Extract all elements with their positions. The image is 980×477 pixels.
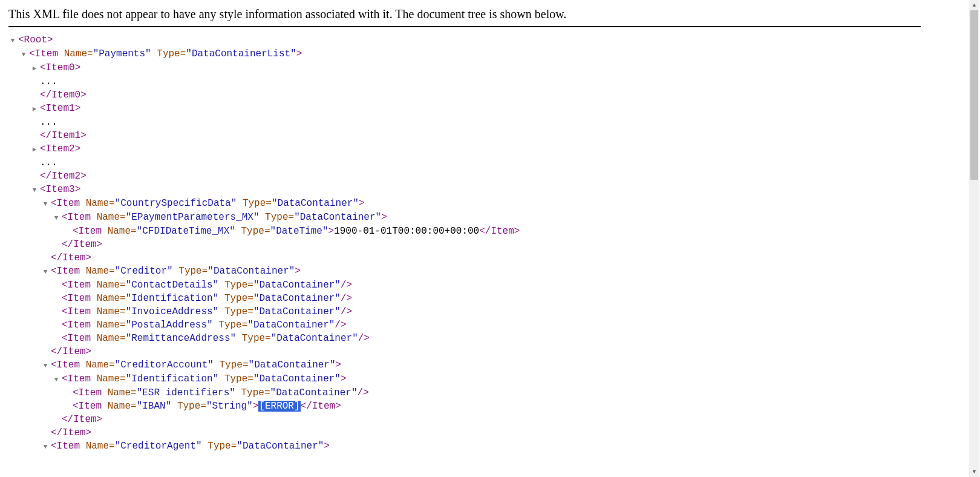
tree-row[interactable]: <Item Name="InvoiceAddress" Type="DataCo…	[8, 305, 921, 318]
scrollbar-track[interactable]	[969, 10, 979, 467]
tag-open: <Item3>	[40, 183, 80, 196]
tag-close: </Item0>	[40, 88, 87, 102]
ellipsis[interactable]: ...	[40, 75, 57, 88]
tree-row[interactable]: <Item Name="CFDIDateTime_MX" Type="DateT…	[8, 225, 921, 238]
tree-row[interactable]: <Item Name="Creditor" Type="DataContaine…	[8, 265, 921, 278]
tree-row: </Item>	[8, 345, 921, 358]
tag-selfclose: <Item Name="Identification" Type="DataCo…	[62, 292, 352, 305]
expand-toggle-icon[interactable]	[30, 62, 39, 75]
tag-close: </Item2>	[40, 169, 87, 183]
tree-row[interactable]: <Item Name="ESR identifiers" Type="DataC…	[8, 386, 921, 400]
scroll-up-arrow-icon[interactable]: ▲	[969, 0, 979, 10]
xml-viewer-pane: This XML file does not appear to have an…	[0, 0, 929, 477]
tree-row[interactable]: <Item Name="RemittanceAddress" Type="Dat…	[8, 332, 921, 345]
tag-selfclose: <Item Name="ESR identifiers" Type="DataC…	[73, 386, 369, 400]
tree-row[interactable]: <Item Name="Payments" Type="DataContaine…	[8, 47, 921, 61]
tree-row[interactable]: <Item2>	[8, 142, 921, 156]
tree-row[interactable]: <Item3>	[8, 183, 921, 197]
expand-toggle-icon[interactable]	[30, 102, 39, 116]
tag-open: <Item1>	[40, 102, 80, 115]
tag-close: </Item>	[62, 413, 102, 426]
tag-close: </Item>	[51, 251, 91, 265]
tree-row[interactable]: <Item Name="PostalAddress" Type="DataCon…	[8, 318, 921, 332]
tree-row: </Item>	[8, 238, 921, 251]
tree-row[interactable]: <Item Name="ContactDetails" Type="DataCo…	[8, 278, 921, 292]
ellipsis[interactable]: ...	[40, 156, 57, 169]
tree-row[interactable]: <Item Name="Identification" Type="DataCo…	[8, 292, 921, 305]
tree-row[interactable]: <Item0>	[8, 61, 921, 75]
tag-open: <Root>	[18, 33, 53, 47]
expand-toggle-icon[interactable]	[52, 211, 60, 225]
tag-open: <Item2>	[40, 142, 80, 156]
tree-row: </Item>	[8, 426, 921, 439]
tree-row[interactable]: ...	[8, 116, 921, 129]
tag-close: </Item1>	[40, 129, 87, 142]
selected-text: [ERROR]	[258, 401, 300, 412]
expand-toggle-icon[interactable]	[41, 440, 50, 453]
vertical-scrollbar[interactable]: ▲ ▼	[969, 0, 979, 477]
tag-close: </Item>	[62, 238, 102, 251]
tree-row[interactable]: <Item Name="IBAN" Type="String">[ERROR]<…	[8, 400, 921, 413]
tag-with-text: <Item Name="IBAN" Type="String">[ERROR]<…	[73, 400, 341, 413]
tag-open: <Item Name="EPaymentParameters_MX" Type=…	[62, 211, 387, 224]
tag-close: </Item>	[51, 426, 91, 439]
tree-row[interactable]: <Item1>	[8, 102, 921, 116]
tag-open: <Item Name="CreditorAccount" Type="DataC…	[51, 358, 341, 372]
scrollbar-thumb[interactable]	[970, 10, 978, 180]
tag-open: <Item0>	[40, 61, 80, 74]
tag-selfclose: <Item Name="InvoiceAddress" Type="DataCo…	[62, 305, 352, 318]
tree-row[interactable]: <Item Name="EPaymentParameters_MX" Type=…	[8, 211, 921, 225]
tag-open: <Item Name="Payments" Type="DataContaine…	[29, 47, 302, 61]
tag-close: </Item>	[51, 345, 91, 358]
tree-row[interactable]: <Item Name="Identification" Type="DataCo…	[8, 372, 921, 386]
tree-row[interactable]: <Item Name="CreditorAccount" Type="DataC…	[8, 358, 921, 372]
expand-toggle-icon[interactable]	[52, 373, 60, 386]
tree-row[interactable]: <Root>	[8, 33, 921, 47]
tag-selfclose: <Item Name="ContactDetails" Type="DataCo…	[62, 278, 352, 292]
tag-open: <Item Name="Identification" Type="DataCo…	[62, 372, 347, 386]
ellipsis[interactable]: ...	[40, 116, 57, 129]
tag-open: <Item Name="CreditorAgent" Type="DataCon…	[51, 439, 330, 453]
expand-toggle-icon[interactable]	[30, 143, 39, 156]
tree-row[interactable]: <Item Name="CountrySpecificData" Type="D…	[8, 197, 921, 211]
expand-toggle-icon[interactable]	[41, 197, 50, 211]
expand-toggle-icon[interactable]	[30, 183, 39, 197]
tree-row: </Item1>	[8, 129, 921, 142]
tag-selfclose: <Item Name="RemittanceAddress" Type="Dat…	[62, 332, 370, 345]
no-style-notice: This XML file does not appear to have an…	[8, 5, 921, 26]
tree-row[interactable]: <Item Name="CreditorAgent" Type="DataCon…	[8, 439, 921, 453]
tree-row[interactable]: ...	[8, 75, 921, 88]
tree-row[interactable]: ...	[8, 156, 921, 169]
expand-toggle-icon[interactable]	[41, 265, 50, 278]
tree-row: </Item2>	[8, 169, 921, 183]
expand-toggle-icon[interactable]	[19, 48, 28, 61]
tag-open: <Item Name="Creditor" Type="DataContaine…	[51, 265, 301, 278]
expand-toggle-icon[interactable]	[41, 359, 50, 372]
tag-with-text: <Item Name="CFDIDateTime_MX" Type="DateT…	[73, 225, 520, 238]
tag-selfclose: <Item Name="PostalAddress" Type="DataCon…	[62, 318, 347, 332]
expand-toggle-icon[interactable]	[8, 34, 17, 47]
tree-row: </Item>	[8, 251, 921, 265]
divider	[8, 26, 921, 27]
tree-row: </Item0>	[8, 88, 921, 102]
xml-tree: <Root> <Item Name="Payments" Type="DataC…	[8, 33, 921, 453]
tag-open: <Item Name="CountrySpecificData" Type="D…	[51, 197, 365, 210]
tree-row: </Item>	[8, 413, 921, 426]
scroll-down-arrow-icon[interactable]: ▼	[969, 467, 979, 477]
